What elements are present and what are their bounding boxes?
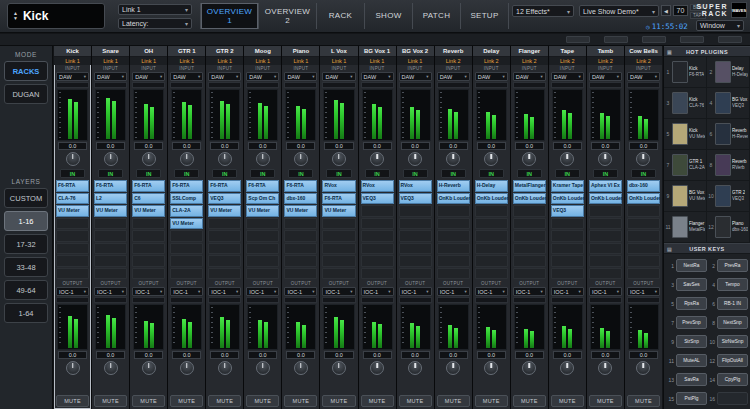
plugin-slot-f6-rta[interactable]: F6-RTA [56,180,89,192]
plugin-slot-h-delay[interactable]: H-Delay [475,180,508,192]
input-in-button[interactable]: IN [60,169,85,178]
mute-button[interactable]: MUTE [208,395,241,407]
input-gain-value[interactable]: 0.0 [515,142,544,150]
output-gain-value[interactable]: 0.0 [553,351,582,359]
plugin-slot-empty[interactable] [361,268,394,280]
output-gain-knob[interactable] [104,361,118,375]
tab-overview-2[interactable]: OVERVIEW 2 [259,3,317,29]
plugin-slot-empty[interactable] [589,205,622,217]
plugin-slot-empty[interactable] [132,268,165,280]
plugin-slot-veq3[interactable]: VEQ3 [361,193,394,205]
output-gain-value[interactable]: 0.0 [629,351,658,359]
plugin-slot-cla-76[interactable]: CLA-76 [56,193,89,205]
input-source-dropdown[interactable]: DAW ▾ [246,72,279,81]
plugin-slot-empty[interactable] [94,243,127,255]
output-dest-dropdown[interactable]: IOC-1 ▾ [94,287,127,296]
plugin-slot-vu-meter[interactable]: VU Meter [94,205,127,217]
plugin-slot-dbx-160[interactable]: dbx-160 [284,193,317,205]
plugin-slot-empty[interactable] [513,218,546,230]
output-gain-value[interactable]: 0.0 [515,351,544,359]
input-gain-knob[interactable] [484,152,498,166]
input-gain-knob[interactable] [446,152,460,166]
latency-dropdown[interactable]: Latency: ▾ [118,18,192,29]
plugin-slot-empty[interactable] [208,255,241,267]
plugin-slot-veq3[interactable]: VEQ3 [551,205,584,217]
plugin-slot-empty[interactable] [94,268,127,280]
input-gain-knob[interactable] [332,152,346,166]
output-dest-dropdown[interactable]: IOC-1 ▾ [132,287,165,296]
input-source-dropdown[interactable]: DAW ▾ [284,72,317,81]
plugin-slot-f6-rta[interactable]: F6-RTA [284,180,317,192]
plugin-slot-empty[interactable] [284,230,317,242]
toolbar-button[interactable] [604,36,628,43]
input-gain-knob[interactable] [256,152,270,166]
mute-button[interactable]: MUTE [513,395,546,407]
toolbar-button[interactable] [680,36,704,43]
input-in-button[interactable]: IN [441,169,466,178]
input-gain-value[interactable]: 0.0 [286,142,315,150]
plugin-slot-veq3[interactable]: VEQ3 [399,193,432,205]
input-gain-knob[interactable] [636,152,650,166]
user-key-button[interactable]: PrevSnp [676,316,707,329]
prev-arrow-button[interactable]: ◀ [661,5,671,16]
plugin-slot-empty[interactable] [246,218,279,230]
channel-name[interactable]: Delay [473,46,510,57]
output-gain-knob[interactable] [370,361,384,375]
output-gain-value[interactable]: 0.0 [286,351,315,359]
plugin-slot-empty[interactable] [322,230,355,242]
output-gain-value[interactable]: 0.0 [134,351,163,359]
input-gain-value[interactable]: 0.0 [172,142,201,150]
input-in-button[interactable]: IN [517,169,542,178]
plugin-slot-empty[interactable] [475,243,508,255]
plugin-slot-metalflanger[interactable]: MetalFlanger [513,180,546,192]
plugin-slot-vu-meter[interactable]: VU Meter [208,205,241,217]
plugin-slot-empty[interactable] [513,255,546,267]
output-gain-knob[interactable] [332,361,346,375]
plugin-slot-empty[interactable] [322,255,355,267]
input-in-button[interactable]: IN [212,169,237,178]
plugin-slot-f6-rta[interactable]: F6-RTA [170,180,203,192]
plugin-slot-empty[interactable] [551,218,584,230]
input-gain-value[interactable]: 0.0 [134,142,163,150]
tab-rack[interactable]: RACK [317,3,365,29]
plugin-slot-empty[interactable] [361,255,394,267]
hot-plugin-7[interactable]: 7 GTR 1 CLA-2A [664,150,707,181]
input-source-dropdown[interactable]: DAW ▾ [322,72,355,81]
user-key-button[interactable]: SavSes [676,278,707,291]
input-in-button[interactable]: IN [365,169,390,178]
user-key-button[interactable]: StrSnp [676,335,707,348]
output-gain-knob[interactable] [446,361,460,375]
input-gain-value[interactable]: 0.0 [553,142,582,150]
plugin-slot-empty[interactable] [361,218,394,230]
user-key-button[interactable]: StrNwSnp [717,335,748,348]
plugin-slot-rvox[interactable]: RVox [322,180,355,192]
input-gain-value[interactable]: 0.0 [401,142,430,150]
plugin-slot-empty[interactable] [475,218,508,230]
input-gain-knob[interactable] [560,152,574,166]
plugin-slot-empty[interactable] [56,218,89,230]
input-source-dropdown[interactable]: DAW ▾ [208,72,241,81]
input-in-button[interactable]: IN [555,169,580,178]
input-gain-knob[interactable] [104,152,118,166]
input-source-dropdown[interactable]: DAW ▾ [551,72,584,81]
plugin-slot-empty[interactable] [627,218,660,230]
output-gain-knob[interactable] [294,361,308,375]
mute-button[interactable]: MUTE [132,395,165,407]
plugin-slot-onkb-louder[interactable]: OnKb Louder [437,193,470,205]
channel-name[interactable]: Tamb [587,46,624,57]
output-gain-knob[interactable] [218,361,232,375]
plugin-slot-empty[interactable] [94,230,127,242]
plugin-slot-empty[interactable] [399,255,432,267]
user-key-button[interactable]: RB-1 IN [717,297,748,310]
layer-button-33-48[interactable]: 33-48 [4,257,48,277]
plugin-slot-empty[interactable] [132,243,165,255]
output-dest-dropdown[interactable]: IOC-1 ▾ [513,287,546,296]
plugin-slot-empty[interactable] [284,243,317,255]
plugin-slot-dbx-160[interactable]: dbx-160 [627,180,660,192]
plugin-slot-f6-rta[interactable]: F6-RTA [208,180,241,192]
input-gain-value[interactable]: 0.0 [363,142,392,150]
plugin-slot-empty[interactable] [246,255,279,267]
plugin-slot-empty[interactable] [361,230,394,242]
plugin-slot-empty[interactable] [56,243,89,255]
input-gain-value[interactable]: 0.0 [324,142,353,150]
